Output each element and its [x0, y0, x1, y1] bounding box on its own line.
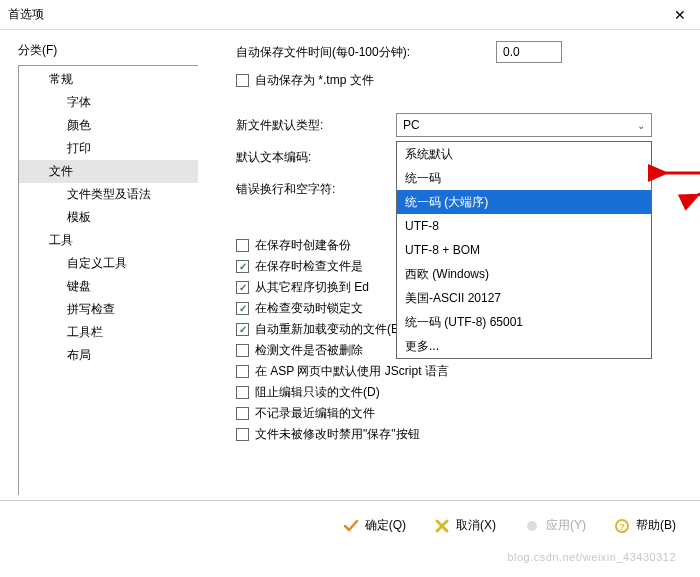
tree-item[interactable]: 文件	[19, 160, 198, 183]
tree-item[interactable]: 工具栏	[19, 321, 198, 344]
help-button[interactable]: ? 帮助(B)	[614, 517, 676, 534]
dropdown-item[interactable]: 统一码	[397, 166, 651, 190]
autosave-label: 自动保存文件时间(每0-100分钟):	[236, 44, 496, 61]
newfile-type-label: 新文件默认类型:	[236, 117, 396, 134]
category-tree[interactable]: 常规字体颜色打印文件文件类型及语法模板工具自定义工具键盘拼写检查工具栏布局	[18, 65, 198, 495]
checkbox-icon[interactable]	[236, 344, 249, 357]
x-icon	[434, 518, 450, 534]
settings-panel: 自动保存文件时间(每0-100分钟): 自动保存为 *.tmp 文件 新文件默认…	[200, 30, 700, 500]
button-bar: 确定(Q) 取消(X) 应用(Y) ? 帮助(B)	[0, 500, 700, 550]
dropdown-item[interactable]: 统一码 (大端序)	[397, 190, 651, 214]
tree-item[interactable]: 颜色	[19, 114, 198, 137]
encoding-label: 默认文本编码:	[236, 149, 396, 166]
checkbox-icon[interactable]	[236, 365, 249, 378]
checkbox-label: 在检查变动时锁定文	[255, 300, 363, 317]
apply-icon	[524, 518, 540, 534]
checkbox-icon[interactable]	[236, 386, 249, 399]
tree-item[interactable]: 键盘	[19, 275, 198, 298]
close-icon[interactable]: ✕	[668, 5, 692, 25]
checkbox-label: 阻止编辑只读的文件(D)	[255, 384, 380, 401]
checkbox-icon[interactable]	[236, 428, 249, 441]
autosave-tmp-label: 自动保存为 *.tmp 文件	[255, 72, 374, 89]
checkbox-icon[interactable]	[236, 407, 249, 420]
tree-item[interactable]: 工具	[19, 229, 198, 252]
tree-item[interactable]: 字体	[19, 91, 198, 114]
autosave-input[interactable]	[496, 41, 562, 63]
tree-item[interactable]: 模板	[19, 206, 198, 229]
watermark: blog.csdn.net/weixin_43430312	[507, 551, 676, 563]
tree-item[interactable]: 布局	[19, 344, 198, 367]
tree-item[interactable]: 打印	[19, 137, 198, 160]
dropdown-item[interactable]: UTF-8 + BOM	[397, 238, 651, 262]
badwrap-label: 错误换行和空字符:	[236, 181, 396, 198]
checkbox-label: 文件未被修改时禁用"保存"按钮	[255, 426, 420, 443]
dropdown-item[interactable]: 系统默认	[397, 142, 651, 166]
apply-button[interactable]: 应用(Y)	[524, 517, 586, 534]
autosave-tmp-row[interactable]: 自动保存为 *.tmp 文件	[236, 72, 680, 89]
checkbox-row[interactable]: 文件未被修改时禁用"保存"按钮	[236, 426, 680, 443]
checkbox-icon[interactable]	[236, 302, 249, 315]
checkbox-label: 从其它程序切换到 Ed	[255, 279, 369, 296]
select-value: PC	[403, 118, 420, 132]
checkbox-icon[interactable]	[236, 239, 249, 252]
newfile-type-select[interactable]: PC ⌄	[396, 113, 652, 137]
tree-item[interactable]: 文件类型及语法	[19, 183, 198, 206]
checkbox-icon[interactable]	[236, 281, 249, 294]
ok-button[interactable]: 确定(Q)	[343, 517, 406, 534]
dropdown-item[interactable]: 更多...	[397, 334, 651, 358]
svg-point-2	[527, 521, 537, 531]
checkbox-row[interactable]: 不记录最近编辑的文件	[236, 405, 680, 422]
checkbox-label: 不记录最近编辑的文件	[255, 405, 375, 422]
checkbox-label: 在保存时检查文件是	[255, 258, 363, 275]
checkbox-label: 在保存时创建备份	[255, 237, 351, 254]
checkbox-row[interactable]: 在 ASP 网页中默认使用 JScript 语言	[236, 363, 680, 380]
checkbox-icon[interactable]	[236, 323, 249, 336]
checkbox-icon[interactable]	[236, 74, 249, 87]
autosave-row: 自动保存文件时间(每0-100分钟):	[236, 40, 680, 64]
cancel-button[interactable]: 取消(X)	[434, 517, 496, 534]
help-icon: ?	[614, 518, 630, 534]
window-title: 首选项	[8, 6, 44, 23]
tree-item[interactable]: 自定义工具	[19, 252, 198, 275]
encoding-dropdown[interactable]: 系统默认统一码统一码 (大端序)UTF-8UTF-8 + BOM西欧 (Wind…	[396, 141, 652, 359]
checkbox-label: 自动重新加载变动的文件(E)	[255, 321, 403, 338]
checkbox-label: 检测文件是否被删除	[255, 342, 363, 359]
tree-item[interactable]: 拼写检查	[19, 298, 198, 321]
sidebar: 分类(F) 常规字体颜色打印文件文件类型及语法模板工具自定义工具键盘拼写检查工具…	[0, 30, 200, 500]
check-icon	[343, 518, 359, 534]
checkbox-icon[interactable]	[236, 260, 249, 273]
content: 分类(F) 常规字体颜色打印文件文件类型及语法模板工具自定义工具键盘拼写检查工具…	[0, 30, 700, 500]
dropdown-item[interactable]: UTF-8	[397, 214, 651, 238]
svg-text:?: ?	[619, 522, 625, 532]
checkbox-row[interactable]: 阻止编辑只读的文件(D)	[236, 384, 680, 401]
checkbox-label: 在 ASP 网页中默认使用 JScript 语言	[255, 363, 449, 380]
tree-item[interactable]: 常规	[19, 68, 198, 91]
chevron-down-icon: ⌄	[637, 120, 645, 131]
newfile-type-row: 新文件默认类型: PC ⌄	[236, 113, 680, 137]
sidebar-heading: 分类(F)	[18, 42, 200, 59]
dropdown-item[interactable]: 美国-ASCII 20127	[397, 286, 651, 310]
dropdown-item[interactable]: 西欧 (Windows)	[397, 262, 651, 286]
dropdown-item[interactable]: 统一码 (UTF-8) 65001	[397, 310, 651, 334]
titlebar: 首选项 ✕	[0, 0, 700, 30]
